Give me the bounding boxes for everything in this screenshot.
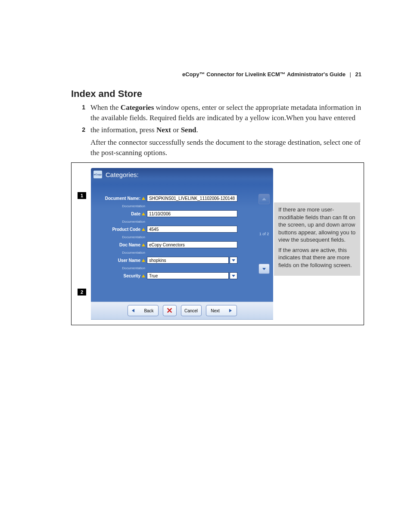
scroll-down-button[interactable] [258, 264, 270, 274]
doc-title: eCopy™ Connector for Livelink ECM™ Admin… [182, 71, 346, 78]
field-row-doc-name: Doc Name [91, 240, 273, 249]
field-row-date: Date [91, 209, 273, 218]
side-note: If there are more user-modifiable fields… [274, 202, 360, 276]
hint-document-name: Documentation [91, 204, 147, 208]
chevron-down-icon [232, 259, 235, 261]
body-text: 1 When the Categories window opens, ente… [78, 103, 364, 160]
categories-window: eCopy Categories: Document Name: Documen… [91, 168, 273, 302]
required-icon [142, 259, 145, 262]
page-number: 21 [355, 71, 361, 78]
cancel-button[interactable]: Cancel [181, 305, 202, 316]
label-document-name: Document Name: [91, 196, 147, 201]
cancel-icon-button[interactable]: ✕ [163, 305, 177, 316]
scroll-up-button[interactable] [258, 194, 270, 204]
label-security: Security [91, 274, 147, 278]
page-header: eCopy™ Connector for Livelink ECM™ Admin… [182, 71, 361, 78]
field-row-user-name: User Name [91, 256, 273, 264]
hint-doc-name: Documentation [91, 251, 147, 255]
dropdown-security[interactable] [230, 272, 237, 279]
input-doc-name[interactable] [147, 241, 237, 248]
dropdown-user-name[interactable] [230, 257, 237, 264]
step-number-2: 2 [78, 125, 90, 158]
step-content-1: When the Categories window opens, enter … [90, 103, 364, 123]
window-title: Categories: [106, 171, 139, 178]
next-label: Next [211, 308, 220, 313]
header-separator: | [350, 71, 351, 78]
required-icon [142, 243, 145, 246]
step-number-1: 1 [78, 103, 90, 123]
ecopy-logo-icon: eCopy [93, 171, 102, 178]
arrow-left-icon [132, 309, 134, 312]
label-user-name: User Name [91, 258, 147, 263]
back-label: Back [144, 308, 153, 313]
window-titlebar: eCopy Categories: [91, 168, 273, 181]
page-indicator: 1 of 2 [259, 232, 269, 236]
label-date: Date [91, 212, 147, 216]
input-user-name[interactable] [147, 257, 229, 264]
field-row-security: Security [91, 271, 273, 280]
input-product-code[interactable] [147, 226, 237, 233]
button-bar: Back ✕ Cancel Next [91, 302, 273, 320]
hint-product-code: Documentation [91, 235, 147, 240]
step-content-2: the information, press Next or Send. Aft… [90, 125, 364, 158]
required-icon [142, 228, 145, 231]
next-button[interactable]: Next [206, 305, 237, 316]
field-list: Document Name: Documentation Date Docume… [91, 194, 273, 282]
field-row-product-code: Product Code [91, 225, 273, 233]
label-doc-name: Doc Name [91, 243, 147, 247]
chevron-down-icon [262, 268, 266, 270]
figure-container: eCopy Categories: Document Name: Documen… [71, 162, 364, 325]
input-security[interactable] [147, 272, 229, 279]
chevron-up-icon [262, 198, 266, 200]
required-icon [142, 197, 145, 200]
callout-2: 2 [78, 289, 86, 296]
callout-1: 1 [78, 192, 86, 199]
arrow-right-icon [229, 309, 232, 312]
input-document-name[interactable] [147, 195, 237, 202]
chevron-down-icon [232, 275, 235, 277]
required-icon [142, 212, 145, 215]
sidenote-p1: If there are more user-modifiable fields… [278, 206, 356, 244]
scroll-column: 1 of 2 [258, 194, 270, 274]
hint-user-name: Documentation [91, 266, 147, 271]
required-icon [142, 274, 145, 277]
section-title: Index and Store [71, 88, 142, 100]
field-row-document-name: Document Name: [91, 194, 273, 202]
cancel-label: Cancel [184, 308, 198, 313]
back-button[interactable]: Back [128, 305, 159, 316]
sidenote-p2: If the arrows are active, this indicates… [278, 246, 356, 269]
hint-date: Documentation [91, 220, 147, 224]
close-icon: ✕ [166, 306, 173, 315]
label-product-code: Product Code [91, 227, 147, 232]
input-date[interactable] [147, 210, 237, 217]
